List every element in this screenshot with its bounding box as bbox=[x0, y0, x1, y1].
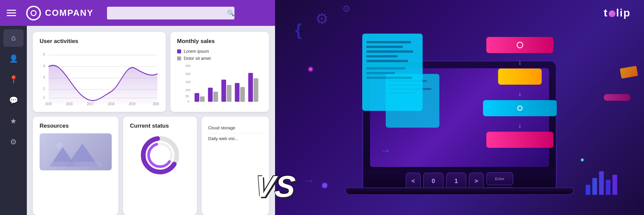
glow-dot-1 bbox=[309, 67, 313, 71]
svg-rect-24 bbox=[208, 88, 213, 102]
logo-icon bbox=[26, 6, 41, 20]
current-status-card: Current status bbox=[123, 117, 197, 215]
sidebar-item-chat[interactable]: 💬 bbox=[3, 92, 23, 109]
svg-rect-27 bbox=[227, 85, 231, 102]
legend-dolor: Dolor sit amet bbox=[177, 56, 262, 61]
resources-title: Resources bbox=[40, 123, 112, 129]
main-content: ⌂ 👤 📍 💬 ★ ⚙ User activities 5 4 bbox=[0, 26, 275, 215]
logo-area: COMPANY bbox=[26, 6, 94, 20]
bracket-right-icon: → bbox=[302, 173, 315, 188]
svg-rect-23 bbox=[200, 96, 205, 102]
svg-text:4: 4 bbox=[43, 63, 45, 68]
legend-label-dolor: Dolor sit amet bbox=[184, 56, 211, 61]
svg-text:50: 50 bbox=[185, 94, 189, 98]
right-decorative-bar-chart bbox=[586, 171, 617, 195]
top-cards-row: User activities 5 4 3 2 1 bbox=[33, 32, 269, 112]
hamburger-menu[interactable] bbox=[7, 10, 16, 16]
svg-text:2015: 2015 bbox=[45, 102, 52, 106]
monthly-sales-chart: 250 200 150 100 50 0 bbox=[177, 63, 262, 103]
deco-shape-pink bbox=[604, 94, 631, 101]
svg-rect-22 bbox=[195, 93, 199, 102]
monthly-sales-title: Monthly sales bbox=[177, 38, 262, 45]
laptop-base bbox=[345, 187, 574, 195]
current-status-title: Current status bbox=[130, 123, 190, 129]
svg-text:2016: 2016 bbox=[66, 102, 73, 106]
user-activities-card: User activities 5 4 3 2 1 bbox=[33, 32, 166, 112]
flowchart-panel: ↓ ↓ ↓ bbox=[476, 37, 564, 144]
svg-text:0: 0 bbox=[187, 100, 189, 103]
legend-dot-lorem bbox=[177, 49, 181, 53]
resources-card: Resources bbox=[33, 117, 118, 215]
right-list-card: Cloud storage Daily web visi... bbox=[202, 117, 269, 215]
list-item-daily: Daily web visi... bbox=[208, 133, 262, 144]
code-panel bbox=[362, 34, 423, 111]
user-activities-chart: 5 4 3 2 1 bbox=[40, 49, 159, 106]
svg-text:200: 200 bbox=[185, 72, 191, 76]
key-enter[interactable]: Enter bbox=[486, 172, 513, 185]
svg-rect-25 bbox=[213, 92, 218, 102]
svg-rect-26 bbox=[221, 80, 226, 102]
search-icon[interactable]: 🔍 bbox=[227, 9, 234, 17]
left-panel: COMPANY 🔍 ⌂ 👤 📍 💬 ★ ⚙ User activities bbox=[0, 0, 275, 215]
svg-text:1: 1 bbox=[43, 95, 45, 99]
resources-image bbox=[40, 133, 112, 170]
sidebar: ⌂ 👤 📍 💬 ★ ⚙ bbox=[0, 26, 27, 215]
glow-dot-2 bbox=[581, 159, 584, 161]
svg-text:2017: 2017 bbox=[87, 102, 94, 106]
company-name: COMPANY bbox=[45, 8, 94, 18]
legend-label-lorem: Lorem ipsum bbox=[184, 49, 209, 54]
search-input[interactable] bbox=[107, 7, 234, 19]
svg-text:2018: 2018 bbox=[108, 102, 115, 106]
right-panel: tlip ⚙ ⚙ { → bbox=[275, 0, 644, 215]
sidebar-item-favorites[interactable]: ★ bbox=[3, 113, 23, 130]
svg-rect-30 bbox=[248, 73, 253, 102]
gear-icon-2: ⚙ bbox=[342, 3, 351, 14]
svg-point-35 bbox=[56, 142, 63, 149]
svg-text:250: 250 bbox=[185, 64, 191, 68]
deco-shape-orange bbox=[620, 66, 638, 79]
monthly-sales-card: Monthly sales Lorem ipsum Dolor sit amet… bbox=[170, 32, 269, 112]
sidebar-item-location[interactable]: 📍 bbox=[3, 71, 23, 88]
status-ring bbox=[130, 133, 190, 177]
svg-text:150: 150 bbox=[185, 80, 191, 84]
svg-text:5: 5 bbox=[43, 52, 45, 56]
legend-lorem: Lorem ipsum bbox=[177, 49, 262, 54]
dashboard: User activities 5 4 3 2 1 bbox=[27, 26, 275, 215]
tolip-dot bbox=[609, 10, 615, 17]
sidebar-item-home[interactable]: ⌂ bbox=[3, 29, 23, 47]
svg-rect-29 bbox=[240, 87, 245, 102]
sidebar-item-settings[interactable]: ⚙ bbox=[3, 133, 23, 151]
bracket-left-icon: { bbox=[295, 20, 302, 40]
svg-text:100: 100 bbox=[185, 88, 191, 92]
gear-icon-1: ⚙ bbox=[315, 10, 328, 27]
svg-rect-28 bbox=[235, 83, 239, 102]
legend-dot-dolor bbox=[177, 56, 181, 60]
laptop-illustration: ↓ ↓ ↓ → < 0 1 bbox=[342, 20, 577, 195]
svg-rect-34 bbox=[49, 162, 102, 167]
svg-text:2019: 2019 bbox=[129, 102, 136, 106]
app-header: COMPANY 🔍 bbox=[0, 0, 275, 26]
tolip-logo: tlip bbox=[604, 7, 631, 19]
svg-text:3: 3 bbox=[43, 75, 45, 79]
svg-rect-31 bbox=[254, 78, 258, 102]
svg-text:2: 2 bbox=[43, 86, 45, 91]
bottom-cards-row: Resources Current status bbox=[33, 117, 269, 215]
list-item-cloud: Cloud storage bbox=[208, 123, 262, 133]
svg-text:2020: 2020 bbox=[153, 102, 159, 106]
user-activities-title: User activities bbox=[40, 38, 159, 45]
sidebar-item-user[interactable]: 👤 bbox=[3, 50, 23, 68]
glow-dot-3 bbox=[322, 183, 327, 188]
